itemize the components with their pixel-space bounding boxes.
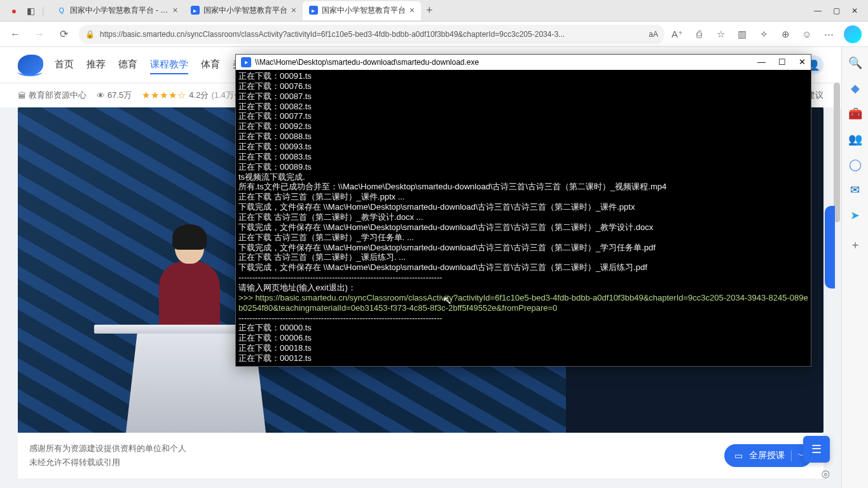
terminal-minimize[interactable]: — bbox=[757, 57, 766, 67]
video-footer: 感谢所有为资源建设提供资料的单位和个人 未经允许不得转载或引用 ▭ 全屏授课 ﹀ bbox=[18, 433, 823, 478]
app-icon[interactable]: ◧ bbox=[25, 6, 36, 16]
tab-title: 国家中小学智慧教育平台 bbox=[322, 5, 406, 16]
nav-pe[interactable]: 体育 bbox=[201, 56, 220, 74]
new-tab-button[interactable]: + bbox=[421, 4, 438, 17]
screenshot-icon[interactable]: ⦾ bbox=[822, 469, 830, 480]
edge-sidebar: 🔍 ◆ 🧰 👥 ◯ ✉ ➤ ＋ bbox=[841, 47, 868, 488]
add-tool-icon[interactable]: ＋ bbox=[848, 238, 862, 252]
back-button[interactable]: ← bbox=[6, 25, 24, 43]
people-icon[interactable]: 👥 bbox=[848, 132, 862, 146]
credit-text: 感谢所有为资源建设提供资料的单位和个人 未经允许不得转载或引用 bbox=[29, 442, 186, 470]
terminal-window[interactable]: ▸ \\Mac\Home\Desktop\smartedu-download\s… bbox=[235, 54, 811, 367]
terminal-close[interactable]: ✕ bbox=[799, 57, 806, 67]
terminal-title-text: \\Mac\Home\Desktop\smartedu-download\sma… bbox=[255, 58, 479, 67]
extension-icon[interactable]: ⊕ bbox=[779, 28, 792, 41]
tab-2[interactable]: ▸ 国家中小学智慧教育平台 × bbox=[184, 1, 303, 20]
side-drawer-handle[interactable] bbox=[825, 206, 835, 288]
url-text: https://basic.smartedu.cn/syncClassroom/… bbox=[100, 30, 644, 39]
taskbar-icons: ● ◧ | bbox=[3, 6, 51, 16]
profile-icon[interactable]: ☺ bbox=[801, 28, 813, 41]
terminal-output[interactable]: 正在下载：00091.ts 正在下载：00076.ts 正在下载：00087.t… bbox=[236, 70, 811, 366]
tab-1[interactable]: Q 国家中小学智慧教育平台 - 搜索 × bbox=[51, 1, 184, 20]
screen-icon: ▭ bbox=[734, 451, 743, 461]
toolbar-right: A⁺ ⎙ ☆ ▥ ✧ ⊕ ☺ ⋯ bbox=[671, 25, 862, 43]
tab-3[interactable]: ▸ 国家中小学智慧教育平台 × bbox=[303, 1, 421, 20]
refresh-button[interactable]: ⟳ bbox=[55, 25, 72, 43]
rating[interactable]: ★★★★☆ 4.2分 (1.4万个) bbox=[142, 90, 245, 101]
tab-title: 国家中小学智慧教育平台 bbox=[203, 5, 287, 16]
site-favicon: ▸ bbox=[191, 6, 200, 15]
shopping-icon[interactable]: ◆ bbox=[848, 81, 862, 95]
close-icon[interactable]: × bbox=[410, 5, 415, 15]
browser-titlebar: ● ◧ | Q 国家中小学智慧教育平台 - 搜索 × ▸ 国家中小学智慧教育平台… bbox=[0, 0, 868, 22]
views-count: 👁 67.5万 bbox=[97, 90, 132, 101]
site-logo[interactable] bbox=[18, 55, 43, 75]
nav-course[interactable]: 课程教学 bbox=[150, 56, 188, 74]
forward-button[interactable]: → bbox=[31, 25, 48, 43]
source-label: 🏛 教育部资源中心 bbox=[18, 90, 86, 101]
cursor-icon: ↖ bbox=[443, 294, 452, 308]
read-aloud-icon[interactable]: A⁺ bbox=[671, 28, 684, 41]
more-icon[interactable]: ⋯ bbox=[822, 28, 835, 41]
recording-icon: ● bbox=[9, 6, 19, 16]
terminal-titlebar[interactable]: ▸ \\Mac\Home\Desktop\smartedu-download\s… bbox=[236, 55, 811, 70]
tab-title: 国家中小学智慧教育平台 - 搜索 bbox=[70, 5, 169, 16]
terminal-app-icon: ▸ bbox=[241, 57, 251, 67]
address-bar: ← → ⟳ 🔒 https://basic.smartedu.cn/syncCl… bbox=[0, 22, 868, 47]
close-icon[interactable]: × bbox=[291, 5, 296, 15]
reader-mode[interactable]: aA bbox=[649, 30, 658, 39]
extensions-icon[interactable]: ✧ bbox=[757, 28, 770, 41]
close-window-button[interactable]: ✕ bbox=[851, 6, 858, 15]
nav-recommend[interactable]: 推荐 bbox=[86, 56, 106, 74]
outlook-icon[interactable]: ✉ bbox=[848, 183, 862, 197]
url-field[interactable]: 🔒 https://basic.smartedu.cn/syncClassroo… bbox=[79, 25, 665, 44]
search-sidebar-icon[interactable]: 🔍 bbox=[848, 56, 862, 70]
scrollbar-thumb[interactable] bbox=[834, 83, 840, 222]
fullscreen-teach-button[interactable]: ▭ 全屏授课 ﹀ bbox=[724, 444, 812, 467]
terminal-maximize[interactable]: ☐ bbox=[778, 57, 786, 67]
star-icon: ★★★★☆ bbox=[142, 90, 186, 101]
nav-home[interactable]: 首页 bbox=[55, 56, 74, 74]
lock-icon: 🔒 bbox=[85, 30, 95, 39]
close-icon[interactable]: × bbox=[172, 5, 177, 15]
translate-icon[interactable]: ⎙ bbox=[692, 28, 705, 41]
site-favicon: ▸ bbox=[309, 6, 318, 15]
telegram-icon[interactable]: ➤ bbox=[848, 208, 862, 222]
search-icon: Q bbox=[57, 6, 66, 15]
collections-icon[interactable]: ▥ bbox=[736, 28, 748, 41]
floating-menu-button[interactable]: ☰ bbox=[803, 436, 830, 463]
minimize-button[interactable]: — bbox=[814, 6, 822, 15]
favorite-icon[interactable]: ☆ bbox=[714, 28, 727, 41]
window-controls: — ▢ ✕ bbox=[814, 6, 865, 15]
maximize-button[interactable]: ▢ bbox=[833, 6, 840, 15]
nav-moral[interactable]: 德育 bbox=[118, 56, 137, 74]
tools-icon[interactable]: 🧰 bbox=[848, 107, 862, 121]
copilot-icon[interactable] bbox=[844, 25, 862, 43]
office-icon[interactable]: ◯ bbox=[848, 158, 862, 172]
